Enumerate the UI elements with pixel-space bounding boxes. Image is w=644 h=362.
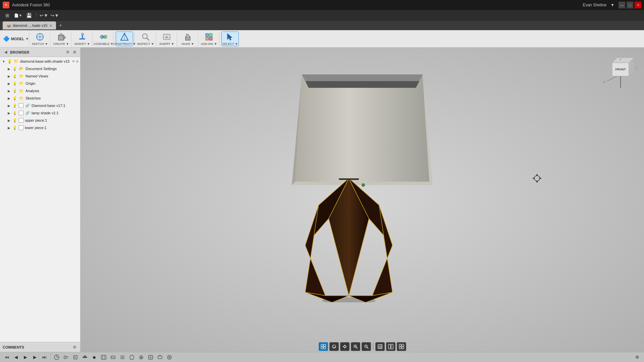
modify-button[interactable]: MODIFY ▼ [73, 32, 91, 46]
playback-prev-button[interactable]: ◀ [12, 354, 20, 361]
root-folder-icon: 📁 [13, 59, 19, 64]
sketch-button[interactable]: SKETCH ▼ [31, 32, 49, 46]
create-button[interactable]: CREATE ▼ [52, 32, 70, 46]
active-tab[interactable]: 📦 diamond-....hade v15 ✕ [3, 21, 56, 29]
playback-next-button[interactable]: ▶ [31, 354, 39, 361]
file-button[interactable]: 📄▼ [13, 11, 23, 19]
timeline-btn-8[interactable] [118, 354, 126, 361]
insert-button[interactable]: INSERT ▼ [158, 32, 175, 46]
sketches-arrow[interactable]: ▶ [7, 96, 11, 101]
construct-button[interactable]: CONSTRUCT ▼ [116, 32, 133, 46]
root-label: diamond-base-with-shade v15 [20, 59, 69, 63]
grid-menu-button[interactable]: ⊞ [3, 11, 12, 19]
main-toolbar: 🔷 MODEL ▼ SKETCH ▼ CREATE ▼ MODIFY ▼ [0, 30, 644, 48]
diamond-base-checkbox[interactable] [19, 103, 23, 108]
playback-play-button[interactable]: ▶ [21, 354, 30, 361]
svg-line-16 [147, 38, 149, 40]
upper-piece-checkbox[interactable] [19, 118, 23, 123]
tree-item-analysis[interactable]: ▶ 💡 📁 Analysis [0, 87, 80, 95]
playback-end-button[interactable]: ⏭ [40, 354, 48, 361]
zoom-button[interactable] [351, 342, 360, 351]
root-visible-icon[interactable]: 👁 [72, 60, 75, 63]
diamond-base-arrow[interactable]: ▶ [7, 103, 11, 108]
timeline-btn-12[interactable] [156, 354, 164, 361]
named-views-arrow[interactable]: ▶ [7, 74, 11, 78]
diamond-base-label: Diamond base v17:1 [32, 104, 65, 108]
playback-start-button[interactable]: ⏮ [3, 354, 11, 361]
tab-close-button[interactable]: ✕ [49, 24, 52, 27]
inspect-button[interactable]: INSPECT ▼ [137, 32, 154, 46]
assemble-button[interactable]: ASSEMBLE ▼ [95, 32, 112, 46]
timeline-btn-5[interactable]: ◆ [90, 354, 98, 361]
origin-bulb-icon: 💡 [12, 81, 17, 86]
root-expand-arrow[interactable]: ▼ [1, 59, 6, 64]
sidebar-expand-button[interactable]: ⊞ [71, 49, 77, 55]
comments-expand-button[interactable]: ⊞ [71, 344, 77, 350]
svg-marker-5 [64, 36, 66, 40]
tree-item-lamp-shade[interactable]: ▶ 💡 🔗 lamp shade v1:1 [0, 109, 80, 117]
timeline-btn-7[interactable] [109, 354, 117, 361]
make-button[interactable]: MAKE ▼ [179, 32, 197, 46]
timeline-btn-6[interactable] [100, 354, 108, 361]
tree-item-doc-settings[interactable]: ▶ 💡 📂 Document Settings [0, 65, 80, 72]
tree-item-sketches[interactable]: ▶ 💡 📁 Sketches [0, 95, 80, 102]
view-split-button[interactable] [386, 342, 395, 351]
modify-group: MODIFY ▼ [72, 32, 93, 46]
tree-item-diamond-base[interactable]: ▶ 💡 🔗 Diamond base v17:1 [0, 102, 80, 109]
tree-item-origin[interactable]: ▶ 💡 📁 Origin [0, 80, 80, 87]
settings-gear-button[interactable]: ⚙ [633, 354, 641, 361]
timeline-btn-1[interactable] [53, 354, 61, 361]
doc-settings-arrow[interactable]: ▶ [7, 66, 11, 71]
upper-piece-arrow[interactable]: ▶ [7, 118, 11, 123]
doc-settings-folder-icon: 📂 [19, 66, 24, 71]
timeline-btn-9[interactable] [128, 354, 136, 361]
timeline-btn-11[interactable] [147, 354, 155, 361]
redo-button[interactable]: ↪▼ [50, 11, 59, 19]
display-mode-button[interactable] [319, 342, 328, 351]
viewport-canvas[interactable]: FRONT Y X Z [80, 48, 644, 352]
titlebar-left: F Autodesk Fusion 360 [3, 2, 50, 8]
lamp-shade-checkbox[interactable] [19, 111, 23, 115]
addins-button[interactable]: ADD-INS ▼ [200, 32, 218, 46]
user-icon: ▼ [610, 3, 614, 7]
orbit-button[interactable] [329, 342, 339, 351]
timeline-btn-13[interactable] [165, 354, 173, 361]
timeline-btn-3[interactable] [71, 354, 79, 361]
pan-button[interactable] [340, 342, 350, 351]
select-label: SELECT ▼ [222, 42, 238, 46]
zoom-window-button[interactable] [362, 342, 371, 351]
close-button[interactable]: ✕ [635, 2, 641, 8]
view-tile-button[interactable] [397, 342, 406, 351]
minimize-button[interactable]: — [619, 2, 625, 8]
timeline-btn-10[interactable] [137, 354, 145, 361]
lamp-shade-arrow[interactable]: ▶ [7, 111, 11, 115]
tree-root-item[interactable]: ▼ 💡 📁 diamond-base-with-shade v15 👁 ⚙ [0, 58, 80, 65]
svg-marker-27 [295, 74, 429, 182]
origin-arrow[interactable]: ▶ [7, 81, 11, 86]
timeline-btn-2[interactable] [62, 354, 70, 361]
viewport[interactable]: FRONT Y X Z [80, 48, 644, 352]
model-dropdown[interactable]: 🔷 MODEL ▼ [4, 32, 28, 46]
tree-item-named-views[interactable]: ▶ 💡 📁 Named Views [0, 72, 80, 80]
lower-piece-checkbox[interactable] [19, 125, 23, 130]
analysis-arrow[interactable]: ▶ [7, 88, 11, 93]
lower-piece-arrow[interactable]: ▶ [7, 125, 11, 130]
tree-item-lower-piece[interactable]: ▶ 💡 lower piece:1 [0, 124, 80, 131]
select-button[interactable]: SELECT ▼ [221, 32, 239, 46]
save-button[interactable]: 💾 [24, 11, 34, 19]
viewcube[interactable]: FRONT Y X Z [600, 51, 641, 91]
svg-rect-24 [209, 37, 212, 40]
sidebar-settings-button[interactable]: ⚙ [65, 49, 71, 55]
timeline-btn-4[interactable] [81, 354, 89, 361]
maximize-button[interactable]: □ [627, 2, 633, 8]
tree-item-upper-piece[interactable]: ▶ 💡 upper piece:1 [0, 117, 80, 124]
add-tab-button[interactable]: + [57, 22, 64, 29]
view-grid-button[interactable] [375, 342, 385, 351]
analysis-folder-icon: 📁 [19, 88, 24, 94]
lamp-3d-model [278, 74, 446, 302]
lamp-base-body [305, 178, 392, 302]
sidebar-collapse-button[interactable]: ◀ [3, 49, 9, 55]
origin-folder-icon: 📁 [19, 81, 24, 86]
root-settings-icon[interactable]: ⚙ [76, 60, 79, 63]
undo-button[interactable]: ↩▼ [39, 11, 49, 19]
